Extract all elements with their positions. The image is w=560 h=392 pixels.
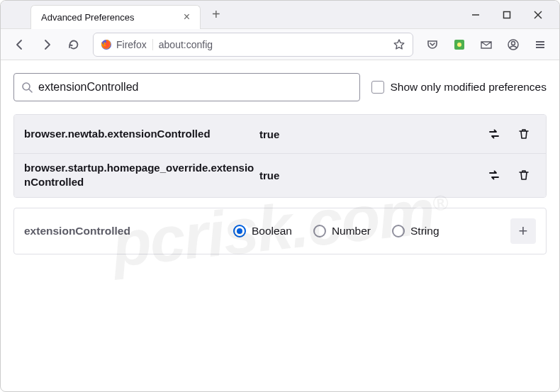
add-pref-button[interactable]: + <box>510 218 536 244</box>
pref-value: true <box>258 128 482 140</box>
radio-icon <box>392 225 405 237</box>
tab-title: Advanced Preferences <box>41 12 135 23</box>
about-config-content: Show only modified preferences browser.n… <box>1 60 559 267</box>
show-modified-checkbox[interactable]: Show only modified preferences <box>371 81 547 94</box>
firefox-logo-icon <box>101 39 112 50</box>
url-bar[interactable]: Firefox about:config <box>93 33 413 57</box>
maximize-button[interactable] <box>491 2 522 28</box>
radio-string[interactable]: String <box>392 225 439 237</box>
toggle-button[interactable] <box>482 163 506 187</box>
svg-rect-1 <box>504 12 510 18</box>
search-row: Show only modified preferences <box>13 73 547 101</box>
close-window-button[interactable] <box>522 2 554 28</box>
radio-label-text: Number <box>332 225 371 237</box>
pref-row: browser.startup.homepage_override.extens… <box>14 153 546 197</box>
identity-label: Firefox <box>116 39 147 50</box>
pref-value: true <box>258 169 482 181</box>
extension-icon[interactable] <box>447 33 471 57</box>
radio-label-text: String <box>410 225 439 237</box>
pref-row: browser.newtab.extensionControlled true <box>14 115 546 153</box>
window-controls <box>460 1 554 29</box>
close-tab-icon[interactable]: × <box>184 11 190 23</box>
search-box[interactable] <box>13 73 360 101</box>
new-tab-button[interactable]: + <box>206 4 226 26</box>
toggle-button[interactable] <box>482 122 506 146</box>
radio-boolean[interactable]: Boolean <box>233 225 292 237</box>
search-input[interactable] <box>38 81 352 94</box>
identity-box[interactable]: Firefox <box>101 39 153 50</box>
svg-point-6 <box>457 43 461 47</box>
mail-icon[interactable] <box>474 33 498 57</box>
svg-point-8 <box>512 41 515 45</box>
svg-line-13 <box>29 89 32 92</box>
pref-name: browser.newtab.extensionControlled <box>24 127 258 141</box>
pref-name: browser.startup.homepage_override.extens… <box>24 161 258 190</box>
new-pref-name: extensionControlled <box>24 225 233 237</box>
radio-number[interactable]: Number <box>313 225 371 237</box>
checkbox-icon <box>371 81 384 94</box>
delete-button[interactable] <box>512 163 536 187</box>
bookmark-star-icon[interactable] <box>393 38 405 51</box>
account-icon[interactable] <box>501 33 525 57</box>
url-text: about:config <box>159 39 387 50</box>
pocket-icon[interactable] <box>420 33 444 57</box>
window-titlebar: Advanced Preferences × + <box>1 1 559 29</box>
browser-tab[interactable]: Advanced Preferences × <box>30 5 201 29</box>
pref-actions <box>482 163 536 187</box>
minimize-button[interactable] <box>460 2 491 28</box>
new-pref-row: extensionControlled Boolean Number Strin… <box>13 208 547 254</box>
checkbox-label-text: Show only modified preferences <box>390 81 547 94</box>
radio-icon <box>233 225 246 237</box>
pref-actions <box>482 122 536 146</box>
nav-toolbar: Firefox about:config <box>1 29 559 60</box>
forward-button[interactable] <box>35 33 59 57</box>
menu-button[interactable] <box>528 33 552 57</box>
back-button[interactable] <box>8 33 32 57</box>
delete-button[interactable] <box>512 122 536 146</box>
type-radios: Boolean Number String <box>233 225 510 237</box>
search-icon <box>21 82 33 93</box>
radio-icon <box>313 225 326 237</box>
reload-button[interactable] <box>62 33 86 57</box>
prefs-table: browser.newtab.extensionControlled true … <box>13 114 547 198</box>
radio-label-text: Boolean <box>252 225 292 237</box>
